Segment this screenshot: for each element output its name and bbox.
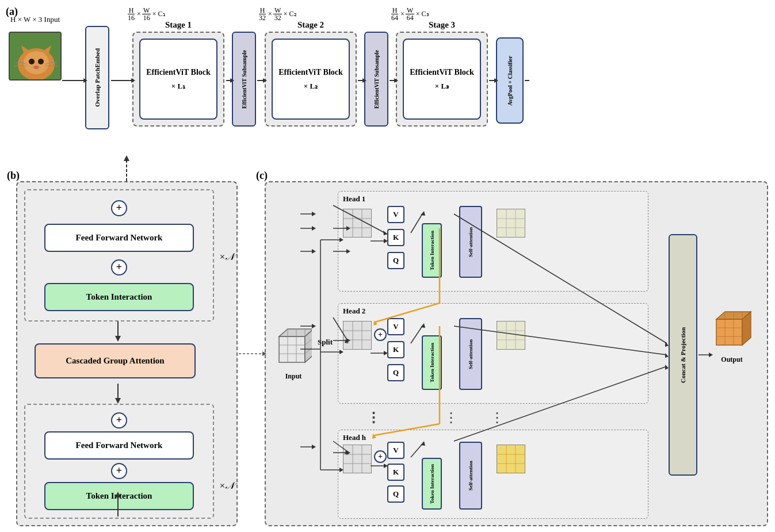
- plus-circle-hh: +: [374, 450, 387, 463]
- part-c-container: Input Split Head 1 V K Q Token Interacti…: [265, 181, 768, 526]
- svg-rect-64: [343, 445, 372, 473]
- svg-point-7: [33, 66, 39, 69]
- svg-rect-32: [279, 336, 305, 362]
- stage2-label: Stage 2: [297, 20, 324, 30]
- head1-q-box: Q: [387, 252, 404, 269]
- svg-marker-99: [312, 249, 316, 254]
- svg-marker-31: [124, 155, 129, 161]
- headh-self-attention: Self-attention: [459, 442, 482, 510]
- headh-container: Head h + V K Q Token Interaction: [338, 430, 648, 519]
- head2-input-matrix: [343, 321, 372, 350]
- plus-circle-ffn-top: +: [111, 200, 127, 216]
- plus-circle-token-lower: +: [111, 463, 127, 479]
- svg-marker-27: [115, 398, 121, 404]
- head2-container: Head 2 + V K Q Token Interaction: [338, 303, 648, 404]
- svg-point-2: [24, 51, 49, 74]
- times-n-lower: ×𝒩: [219, 480, 234, 492]
- stage1-dim: H 16 × W 16 × C₁: [127, 7, 166, 21]
- plus-circle-ffn-lower: +: [111, 412, 127, 428]
- headh-output-matrix: [497, 445, 525, 473]
- cat-image: [9, 32, 62, 81]
- input-label: Input: [276, 372, 311, 381]
- classifier-text: AvgPool + Classifier: [507, 56, 513, 106]
- part-b-container: + Feed Forward Network + Token Interacti…: [16, 181, 238, 526]
- stage1-container: Stage 1 EfficientViT Block × L₁: [132, 32, 224, 127]
- head2-k-box: K: [387, 341, 404, 358]
- head2-label: Head 2: [343, 307, 365, 316]
- head1-token-interaction: Token Interaction: [422, 223, 442, 278]
- stage2-dim: H 32 × W 32 × C₂: [258, 7, 297, 21]
- svg-marker-121: [312, 445, 316, 449]
- plus-circle-token-top: +: [111, 259, 127, 275]
- svg-marker-97: [312, 226, 316, 231]
- dots-label2: ⋮: [444, 409, 458, 426]
- headh-input-matrix: [343, 445, 372, 473]
- svg-rect-59: [497, 321, 525, 350]
- head2-v-box: V: [387, 318, 404, 335]
- head1-input-matrix: [343, 209, 372, 238]
- head1-container: Head 1 V K Q Token Interaction Self-atte: [338, 191, 648, 292]
- svg-rect-74: [716, 319, 742, 345]
- part-c-label: (c): [256, 170, 268, 182]
- concat-projection-box: Concat & Projection: [669, 234, 697, 476]
- lower-ffn-box: Feed Forward Network: [44, 431, 194, 460]
- upper-n-block: + Feed Forward Network + Token Interacti…: [24, 189, 214, 322]
- upper-token-box: Token Interaction: [44, 283, 194, 311]
- head2-token-interaction: Token Interaction: [422, 335, 442, 390]
- arrow-upper-to-cascade: [17, 322, 224, 345]
- upper-ffn-box: Feed Forward Network: [44, 224, 194, 252]
- svg-rect-44: [343, 209, 372, 238]
- head1-v-box: V: [387, 206, 404, 223]
- arrow-cascade-to-lower: [17, 384, 224, 407]
- svg-rect-49: [497, 209, 525, 238]
- part-b-label: (b): [7, 170, 20, 182]
- lower-token-box: Token Interaction: [44, 482, 194, 510]
- stage3-dim: H 64 × W 64 × C₃: [390, 7, 429, 21]
- input-cube: [274, 326, 312, 372]
- head2-q-box: Q: [387, 364, 404, 381]
- stage2-block: EfficientViT Block × L₂: [272, 39, 350, 120]
- svg-point-6: [38, 59, 44, 64]
- headh-k-box: K: [387, 464, 404, 481]
- split-label: Split: [318, 338, 333, 347]
- head2-output-matrix: [497, 321, 525, 350]
- plus-circle-h2: +: [374, 328, 387, 341]
- overlap-text: Overlap PatchEmbed: [94, 48, 101, 107]
- svg-marker-111: [312, 324, 316, 328]
- lower-n-block: + Feed Forward Network + Token Interacti…: [24, 404, 214, 519]
- subsample1-text: EfficientViT Subsample: [241, 50, 247, 109]
- head1-output-matrix: [497, 209, 525, 238]
- stage2-container: Stage 2 EfficientViT Block × L₂: [265, 32, 357, 127]
- svg-rect-69: [497, 445, 525, 473]
- dots-label: ⋮: [366, 409, 380, 426]
- input-text: H × W × 3 Input: [10, 14, 60, 25]
- cascade-box: Cascaded Group Attention: [35, 343, 196, 378]
- head1-self-attention: Self-attention: [459, 206, 482, 278]
- headh-label: Head h: [343, 433, 366, 442]
- headh-v-box: V: [387, 442, 404, 459]
- overlap-patchembbed-box: Overlap PatchEmbed: [85, 26, 109, 129]
- headh-q-box: Q: [387, 485, 404, 503]
- svg-point-5: [29, 59, 35, 64]
- subsample1-box: EfficientViT Subsample: [232, 32, 256, 127]
- svg-rect-54: [343, 321, 372, 350]
- head1-k-box: K: [387, 229, 404, 246]
- stage3-block: EfficientViT Block × L₃: [403, 39, 481, 120]
- svg-marker-95: [312, 212, 316, 216]
- stage1-block: EfficientViT Block × L₁: [139, 39, 217, 120]
- head1-label: Head 1: [343, 194, 365, 204]
- output-cube: Output: [712, 309, 752, 364]
- head2-self-attention: Self-attention: [459, 318, 482, 390]
- subsample2-text: EfficientViT Subsample: [373, 50, 380, 109]
- subsample2-box: EfficientViT Subsample: [364, 32, 388, 127]
- stage3-container: Stage 3 EfficientViT Block × L₃: [396, 32, 488, 127]
- stage3-label: Stage 3: [429, 20, 455, 30]
- classifier-box: AvgPool + Classifier: [496, 37, 524, 124]
- dots-label3: ⋮: [490, 409, 504, 426]
- svg-marker-25: [115, 336, 121, 342]
- output-label: Output: [712, 355, 752, 364]
- times-n-upper: ×𝒩: [219, 251, 234, 263]
- headh-token-interaction: Token Interaction: [422, 458, 442, 510]
- stage1-label: Stage 1: [165, 20, 192, 30]
